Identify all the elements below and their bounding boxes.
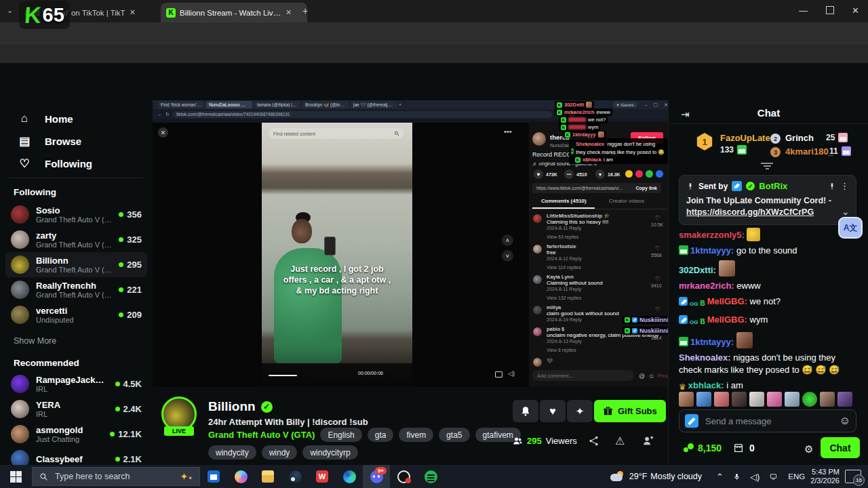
share-link-text: https://www.tiktok.com/@therealcashiaa/v…: [536, 186, 625, 190]
taskbar-app-steam[interactable]: [281, 465, 309, 488]
taskbar-search[interactable]: ✦✦: [32, 467, 200, 486]
taskbar-app-edge[interactable]: [336, 465, 363, 488]
channel-row-billionn[interactable]: BillionnGrand Theft Auto V (G... 295: [5, 252, 147, 277]
follow-heart-button[interactable]: ♥: [540, 400, 566, 422]
notifications-bell-button[interactable]: [513, 400, 538, 422]
tag-pill[interactable]: fivem: [399, 428, 433, 442]
emote[interactable]: [767, 392, 782, 407]
emote[interactable]: [714, 392, 729, 407]
language-indicator[interactable]: ENG: [788, 472, 805, 481]
category-link[interactable]: Grand Theft Auto V (GTA): [208, 430, 315, 440]
sidebar-item-following[interactable]: ♡ Following: [0, 153, 153, 174]
emote[interactable]: [679, 392, 694, 407]
tray-expand-icon[interactable]: ⌃: [716, 472, 724, 482]
tab-close-icon[interactable]: ✕: [285, 8, 292, 17]
pinned-menu-icon[interactable]: ⋮: [840, 181, 849, 191]
window-minimize-icon[interactable]: —: [799, 5, 808, 16]
pinned-link[interactable]: https://discord.gg/hXWzCfCrPG: [686, 207, 814, 217]
mod-badge-icon: [679, 297, 688, 306]
gift-subs-button[interactable]: Gift Subs: [594, 400, 666, 422]
channel-row-vercetti[interactable]: vercettiUndisputed 209: [5, 302, 147, 327]
taskbar-search-input[interactable]: [54, 471, 175, 482]
moderation-button[interactable]: [642, 435, 654, 447]
kick-logo-overlay: K: [24, 2, 42, 28]
tag-pill[interactable]: windycityrp: [302, 445, 357, 460]
leaderboard-name[interactable]: 4kmari180_: [785, 146, 833, 157]
weather-condition[interactable]: Mostly cloudy: [650, 472, 702, 481]
emote[interactable]: [785, 392, 800, 407]
emote: [747, 228, 760, 241]
weather-temp[interactable]: 29°F: [629, 472, 648, 481]
tag-pill[interactable]: windy: [262, 445, 298, 460]
taskbar-app-wps[interactable]: W: [309, 465, 336, 488]
share-button[interactable]: [588, 435, 599, 447]
emote[interactable]: [820, 392, 835, 407]
channel-row-sosio[interactable]: SosioGrand Theft Auto V (G... 356: [5, 202, 147, 227]
leaderboard-name[interactable]: Grinch: [785, 133, 814, 143]
streamer-name[interactable]: Billionn: [208, 399, 256, 414]
mod-badge-icon: [632, 317, 637, 323]
taskbar-app-copilot[interactable]: [227, 465, 254, 488]
overlay-chat-row: K wym: [559, 123, 600, 131]
emote[interactable]: [837, 392, 852, 407]
chat-message-input[interactable]: [704, 415, 834, 427]
channel-points[interactable]: 8,150: [684, 443, 722, 453]
taskbar-app-discord[interactable]: 9+: [363, 465, 390, 488]
nav-label: Browse: [45, 136, 81, 147]
chat-settings-gear-icon[interactable]: ⚙: [804, 443, 813, 455]
taskbar-app-spotify[interactable]: [417, 465, 444, 488]
overlay-username-row: K Nuskiiinnishoo :: [623, 327, 668, 335]
taskbar-app-explorer[interactable]: [254, 465, 281, 488]
emote[interactable]: [732, 392, 747, 407]
window-maximize-icon[interactable]: [826, 6, 834, 14]
translate-button[interactable]: A文: [838, 217, 863, 239]
start-button[interactable]: [10, 471, 22, 483]
person-head: [292, 219, 312, 243]
taskbar-clock[interactable]: 5:43 PM 2/3/2026: [810, 468, 840, 485]
volume-icon[interactable]: ◁): [750, 472, 760, 482]
network-icon[interactable]: [769, 473, 778, 481]
video-player[interactable]: Find 'thick woman' on TikTok | NunuDaLoo…: [153, 100, 668, 387]
live-badge: LIVE: [164, 426, 194, 436]
tag-pill[interactable]: gta: [368, 428, 394, 442]
window-close-icon[interactable]: ✕: [852, 5, 859, 16]
taskbar-app-recorder[interactable]: [390, 465, 417, 488]
sidebar-item-home[interactable]: ⌂ Home: [0, 108, 153, 129]
viewer-count: 295 Viewers: [513, 436, 577, 446]
leaderboard-name[interactable]: FazoUpLate: [720, 133, 770, 143]
emote-store[interactable]: 0: [733, 443, 755, 453]
emote[interactable]: [749, 392, 764, 407]
chat-message: 1ktntayyy: [679, 332, 856, 348]
chat-filter-icon[interactable]: [760, 161, 774, 171]
tag-pill[interactable]: windycity: [208, 445, 256, 460]
notification-center-icon[interactable]: 16: [845, 470, 861, 483]
channel-row-yera[interactable]: YERAIRL 2.4K: [5, 396, 147, 422]
new-tab-icon[interactable]: +: [302, 5, 308, 16]
show-more-button[interactable]: Show More: [14, 336, 56, 346]
host-sparkle-button[interactable]: ✦: [567, 400, 593, 422]
channel-row-asmongold[interactable]: asmongoldJust Chatting 12.1K: [5, 422, 147, 447]
pinned-message[interactable]: Sent by ✓ BotRix ⋮ Join The UpLate Commu…: [679, 175, 856, 225]
tag-pill[interactable]: gta5: [439, 428, 469, 442]
emote[interactable]: [802, 392, 817, 407]
tag-pill[interactable]: English: [320, 428, 361, 442]
tab-close-icon[interactable]: ✕: [130, 8, 136, 17]
sidebar-item-browse[interactable]: ▤ Browse: [0, 131, 153, 151]
taskbar-app-store[interactable]: [200, 465, 227, 488]
channel-row-reallytrenchh[interactable]: ReallyTrenchhGrand Theft Auto V (G... 22…: [5, 277, 147, 302]
send-chat-button[interactable]: Chat: [821, 437, 860, 458]
microphone-icon[interactable]: [733, 472, 741, 481]
chat-input[interactable]: ☺: [679, 409, 856, 432]
channel-row-rampagejackson[interactable]: RampageJacksonIRL 4.5K: [5, 371, 147, 396]
emoji-picker-icon[interactable]: ☺: [840, 415, 850, 427]
channel-avatar: [11, 256, 29, 274]
comments-tab: Comments (4510): [541, 198, 587, 204]
report-button[interactable]: ⚠: [615, 434, 625, 447]
streamed-minimize-icon: –: [645, 102, 648, 107]
pin-icon[interactable]: [828, 182, 836, 190]
mod-badge-icon: [732, 181, 742, 191]
browser-tab-kick[interactable]: K Billionn Stream - Watch Live on Ki ✕: [161, 3, 307, 22]
emote[interactable]: [696, 392, 711, 407]
tab-list-chevron-icon[interactable]: ⌄: [7, 6, 13, 15]
channel-row-zarty[interactable]: zartyGrand Theft Auto V (G... 325: [5, 227, 147, 252]
